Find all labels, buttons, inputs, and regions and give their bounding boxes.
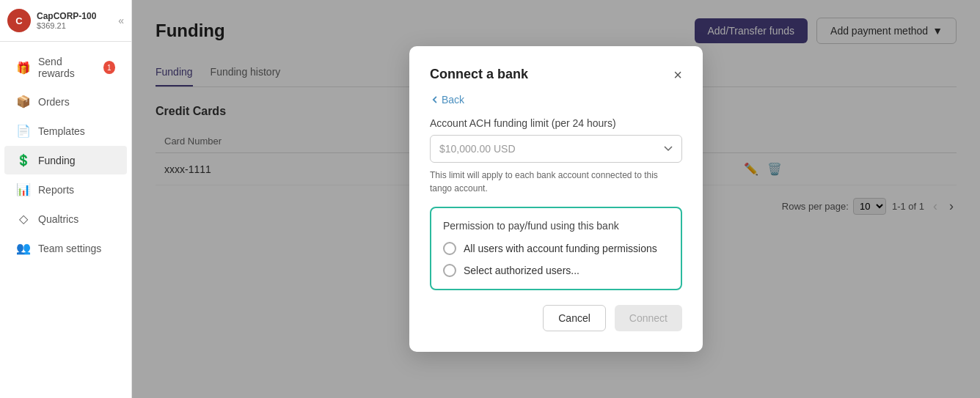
sidebar-item-label: Orders: [38, 96, 70, 108]
modal-header: Connect a bank ×: [430, 67, 682, 82]
radio-label-all-users: All users with account funding permissio…: [464, 243, 657, 254]
modal-overlay: Connect a bank × Back Account ACH fundin…: [132, 0, 980, 398]
connect-bank-modal: Connect a bank × Back Account ACH fundin…: [409, 46, 703, 352]
sidebar-header: C CapCORP-100 $369.21 «: [0, 0, 131, 42]
sidebar-item-templates[interactable]: 📄 Templates: [4, 117, 127, 145]
form-hint: This limit will apply to each bank accou…: [430, 169, 682, 195]
ach-limit-select[interactable]: $10,000.00 USD: [430, 135, 682, 163]
sidebar-item-label: Send rewards: [38, 56, 96, 79]
main-content: Funding Add/Transfer funds Add payment m…: [132, 0, 980, 398]
back-chevron-icon: [430, 95, 439, 104]
templates-icon: 📄: [16, 124, 31, 138]
back-link[interactable]: Back: [430, 94, 682, 106]
sidebar: C CapCORP-100 $369.21 « 🎁 Send rewards 1…: [0, 0, 132, 398]
collapse-button[interactable]: «: [118, 15, 124, 26]
sidebar-item-label: Team settings: [38, 243, 101, 254]
radio-option-all-users[interactable]: All users with account funding permissio…: [443, 242, 669, 255]
sidebar-item-team-settings[interactable]: 👥 Team settings: [4, 234, 127, 262]
ach-limit-label: Account ACH funding limit (per 24 hours): [430, 117, 682, 129]
radio-input-select-users[interactable]: [443, 264, 456, 277]
cancel-button[interactable]: Cancel: [543, 305, 606, 331]
modal-close-button[interactable]: ×: [673, 67, 682, 82]
sidebar-item-label: Reports: [38, 184, 74, 196]
team-settings-icon: 👥: [16, 241, 31, 255]
account-name: CapCORP-100: [37, 11, 96, 21]
modal-title: Connect a bank: [430, 67, 528, 82]
connect-button[interactable]: Connect: [615, 305, 682, 331]
sidebar-item-reports[interactable]: 📊 Reports: [4, 175, 127, 204]
radio-input-all-users[interactable]: [443, 242, 456, 255]
modal-footer: Cancel Connect: [430, 305, 682, 331]
sidebar-item-label: Templates: [38, 125, 85, 137]
sidebar-item-label: Qualtrics: [38, 213, 78, 225]
radio-option-select-users[interactable]: Select authorized users...: [443, 264, 669, 277]
back-label: Back: [442, 94, 464, 106]
sidebar-item-orders[interactable]: 📦 Orders: [4, 87, 127, 116]
account-details: CapCORP-100 $369.21: [37, 11, 96, 30]
sidebar-nav: 🎁 Send rewards 1 📦 Orders 📄 Templates 💲 …: [0, 42, 131, 398]
send-rewards-icon: 🎁: [16, 61, 31, 75]
avatar: C: [7, 9, 31, 32]
funding-icon: 💲: [16, 153, 31, 167]
sidebar-item-label: Funding: [38, 155, 76, 166]
orders-icon: 📦: [16, 95, 31, 108]
reports-icon: 📊: [16, 183, 31, 196]
permission-box: Permission to pay/fund using this bank A…: [430, 207, 682, 290]
permission-title: Permission to pay/fund using this bank: [443, 220, 669, 232]
account-balance: $369.21: [37, 21, 96, 30]
nav-badge: 1: [103, 61, 115, 74]
sidebar-item-funding[interactable]: 💲 Funding: [4, 146, 127, 174]
sidebar-item-qualtrics[interactable]: ◇ Qualtrics: [4, 204, 127, 233]
account-info: C CapCORP-100 $369.21: [7, 9, 96, 32]
qualtrics-icon: ◇: [16, 212, 31, 226]
radio-label-select-users: Select authorized users...: [464, 265, 579, 276]
sidebar-item-send-rewards[interactable]: 🎁 Send rewards 1: [4, 48, 127, 86]
